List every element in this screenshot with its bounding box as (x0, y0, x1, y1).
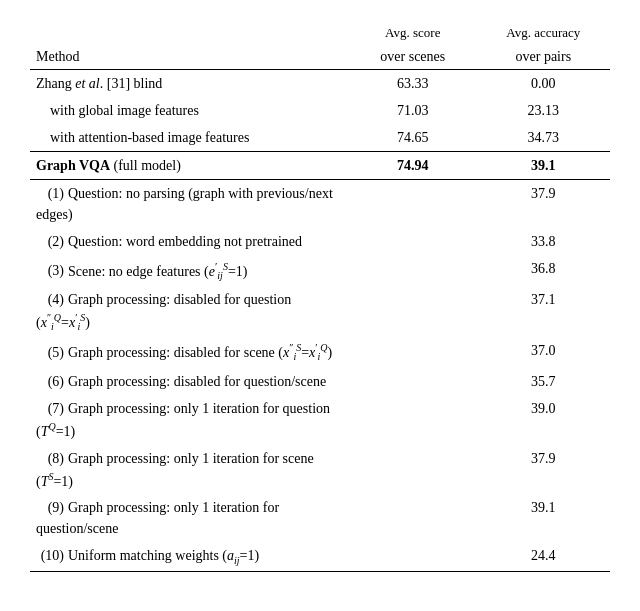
header-row: Method over scenes over pairs (30, 43, 610, 70)
ablation-10-accuracy: 24.4 (477, 542, 610, 571)
ablation-row-10: (10)Uniform matching weights (aij=1) 24.… (30, 542, 610, 571)
header-row-top: Avg. score Avg. accuracy (30, 20, 610, 43)
ablation-row-7: (7)Graph processing: only 1 iteration fo… (30, 395, 610, 445)
global-accuracy: 23.13 (477, 97, 610, 124)
ablation-7-score (349, 395, 477, 445)
ablation-10-method: (10)Uniform matching weights (aij=1) (30, 542, 349, 571)
ablation-row-4: (4)Graph processing: disabled for questi… (30, 286, 610, 337)
ablation-3-score (349, 255, 477, 286)
ablation-row-5: (5)Graph processing: disabled for scene … (30, 337, 610, 367)
ablation-5-accuracy: 37.0 (477, 337, 610, 367)
ablation-3-method: (3)Scene: no edge features (e′ijS=1) (30, 255, 349, 286)
method-header: Method (30, 43, 349, 70)
ablation-5-method: (5)Graph processing: disabled for scene … (30, 337, 349, 367)
ablation-4-score (349, 286, 477, 337)
ablation-6-score (349, 368, 477, 395)
ablation-8-method: (8)Graph processing: only 1 iteration fo… (30, 445, 349, 495)
zhang-row: Zhang et al. [31] blind 63.33 0.00 (30, 69, 610, 97)
ablation-row-2: (2)Question: word embedding not pretrain… (30, 228, 610, 255)
ablation-row-1: (1)Question: no parsing (graph with prev… (30, 179, 610, 228)
accuracy-header: over pairs (477, 43, 610, 70)
ablation-10-score (349, 542, 477, 571)
ablation-3-accuracy: 36.8 (477, 255, 610, 286)
zhang-score: 63.33 (349, 69, 477, 97)
ablation-5-score (349, 337, 477, 367)
ablation-6-method: (6)Graph processing: disabled for questi… (30, 368, 349, 395)
ablation-2-accuracy: 33.8 (477, 228, 610, 255)
ablation-7-accuracy: 39.0 (477, 395, 610, 445)
ablation-4-accuracy: 37.1 (477, 286, 610, 337)
ablation-row-3: (3)Scene: no edge features (e′ijS=1) 36.… (30, 255, 610, 286)
score-header-top: Avg. score (349, 20, 477, 43)
graphvqa-row: Graph VQA (full model) 74.94 39.1 (30, 151, 610, 179)
ablation-2-score (349, 228, 477, 255)
ablation-1-accuracy: 37.9 (477, 179, 610, 228)
ablation-9-score (349, 494, 477, 542)
ablation-4-method: (4)Graph processing: disabled for questi… (30, 286, 349, 337)
ablation-row-6: (6)Graph processing: disabled for questi… (30, 368, 610, 395)
ablation-1-score (349, 179, 477, 228)
graphvqa-score: 74.94 (349, 151, 477, 179)
zhang-accuracy: 0.00 (477, 69, 610, 97)
accuracy-header-top: Avg. accuracy (477, 20, 610, 43)
ablation-7-method: (7)Graph processing: only 1 iteration fo… (30, 395, 349, 445)
attention-method: with attention-based image features (30, 124, 349, 152)
ablation-9-accuracy: 39.1 (477, 494, 610, 542)
method-header-top (30, 20, 349, 43)
results-table: Avg. score Avg. accuracy Method over sce… (30, 20, 610, 572)
ablation-1-method: (1)Question: no parsing (graph with prev… (30, 179, 349, 228)
attention-score: 74.65 (349, 124, 477, 152)
global-score: 71.03 (349, 97, 477, 124)
global-row: with global image features 71.03 23.13 (30, 97, 610, 124)
zhang-method: Zhang et al. [31] blind (30, 69, 349, 97)
ablation-9-method: (9)Graph processing: only 1 iteration fo… (30, 494, 349, 542)
ablation-8-accuracy: 37.9 (477, 445, 610, 495)
ablation-6-accuracy: 35.7 (477, 368, 610, 395)
attention-row: with attention-based image features 74.6… (30, 124, 610, 152)
global-method: with global image features (30, 97, 349, 124)
graphvqa-accuracy: 39.1 (477, 151, 610, 179)
ablation-row-8: (8)Graph processing: only 1 iteration fo… (30, 445, 610, 495)
attention-accuracy: 34.73 (477, 124, 610, 152)
score-header: over scenes (349, 43, 477, 70)
graphvqa-method: Graph VQA (full model) (30, 151, 349, 179)
ablation-2-method: (2)Question: word embedding not pretrain… (30, 228, 349, 255)
ablation-8-score (349, 445, 477, 495)
ablation-row-9: (9)Graph processing: only 1 iteration fo… (30, 494, 610, 542)
